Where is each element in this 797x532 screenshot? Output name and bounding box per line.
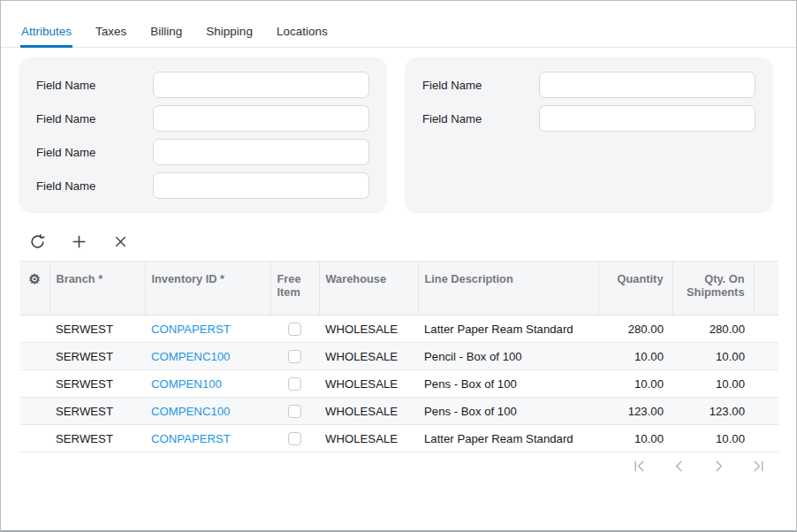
right-field-panel: Field Name Field Name [405,57,773,213]
line-description-cell[interactable]: Latter Paper Ream Standard [418,315,598,343]
grid-toolbar [28,227,796,255]
add-row-button[interactable] [70,232,87,250]
row-settings-cell [20,343,49,370]
field-input-2[interactable] [153,105,369,132]
warehouse-cell[interactable]: WHOLESALE [319,315,418,343]
row-settings-cell [20,315,49,343]
warehouse-cell[interactable]: WHOLESALE [319,370,418,398]
inventory-id-link[interactable]: COMPENC100 [151,405,230,418]
branch-cell[interactable]: SERWEST [49,425,145,452]
tab-taxes[interactable]: Taxes [95,19,127,48]
free-item-cell[interactable] [270,398,319,425]
column-header-filler [754,262,778,315]
inventory-id-cell[interactable]: CONPAPERST [145,425,270,452]
next-page-icon [711,459,726,474]
free-item-checkbox[interactable] [288,377,301,391]
row-settings-cell [20,398,49,425]
warehouse-cell[interactable]: WHOLESALE [319,398,418,425]
field-input-1[interactable] [153,72,369,98]
branch-cell[interactable]: SERWEST [49,370,145,398]
branch-cell[interactable]: SERWEST [49,343,145,370]
row-filler-cell [754,343,778,370]
branch-cell[interactable]: SERWEST [49,315,145,343]
field-input-6[interactable] [539,105,755,132]
next-page-button[interactable] [711,459,726,474]
inventory-id-cell[interactable]: COMPENC100 [145,398,270,425]
delete-row-icon [113,234,128,249]
free-item-checkbox[interactable] [288,432,301,445]
tab-locations[interactable]: Locations [276,19,329,48]
inventory-id-link[interactable]: CONPAPERST [151,432,231,445]
row-filler-cell [754,398,778,425]
column-header-free-item[interactable]: Free Item [270,262,319,315]
qty-on-shipments-cell[interactable]: 10.00 [672,425,754,452]
quantity-cell[interactable]: 280.00 [598,315,672,343]
row-filler-cell [754,315,778,343]
column-header-warehouse[interactable]: Warehouse [319,262,418,315]
quantity-cell[interactable]: 10.00 [598,370,672,398]
inventory-id-cell[interactable]: COMPENC100 [145,343,270,370]
add-row-icon [71,233,87,250]
warehouse-cell[interactable]: WHOLESALE [319,343,418,370]
table-row[interactable]: SERWEST COMPENC100 WHOLESALE Pens - Box … [20,398,778,425]
tab-bar: Attributes Taxes Billing Shipping Locati… [1,19,796,48]
field-panels: Field Name Field Name Field Name Field N… [19,57,773,213]
table-row[interactable]: SERWEST CONPAPERST WHOLESALE Latter Pape… [20,425,778,452]
column-header-quantity[interactable]: Quantity [598,262,672,315]
gear-icon: ⚙ [29,271,41,286]
qty-on-shipments-cell[interactable]: 10.00 [672,343,754,370]
inventory-id-link[interactable]: COMPENC100 [151,350,230,363]
field-input-3[interactable] [153,139,369,165]
previous-page-button[interactable] [672,459,687,474]
quantity-cell[interactable]: 10.00 [598,425,672,452]
line-description-cell[interactable]: Latter Paper Ream Standard [418,425,598,452]
row-filler-cell [754,370,778,398]
free-item-cell[interactable] [270,343,319,370]
line-description-cell[interactable]: Pens - Box of 100 [418,398,598,425]
last-page-button[interactable] [751,459,766,474]
tab-billing[interactable]: Billing [149,19,183,48]
column-header-qty-on-shipments[interactable]: Qty. On Shipments [672,262,754,315]
field-label: Field Name [36,179,153,193]
row-settings-cell [20,425,49,452]
refresh-button[interactable] [28,232,46,250]
field-label: Field Name [36,112,153,125]
column-header-branch[interactable]: Branch * [49,262,145,315]
free-item-cell[interactable] [270,425,319,452]
qty-on-shipments-cell[interactable]: 10.00 [672,370,754,398]
left-field-panel: Field Name Field Name Field Name Field N… [19,57,387,213]
free-item-cell[interactable] [270,370,319,398]
free-item-cell[interactable] [270,315,319,343]
table-row[interactable]: SERWEST COMPEN100 WHOLESALE Pens - Box o… [20,370,778,398]
tab-attributes[interactable]: Attributes [20,19,72,48]
table-row[interactable]: SERWEST COMPENC100 WHOLESALE Pencil - Bo… [20,343,778,370]
free-item-checkbox[interactable] [288,405,301,418]
branch-cell[interactable]: SERWEST [49,398,145,425]
line-description-cell[interactable]: Pens - Box of 100 [418,370,598,398]
tab-shipping[interactable]: Shipping [205,19,254,48]
qty-on-shipments-cell[interactable]: 280.00 [672,315,754,343]
field-input-5[interactable] [539,72,755,98]
field-input-4[interactable] [153,172,369,199]
row-filler-cell [754,425,778,452]
first-page-button[interactable] [632,459,647,474]
inventory-id-cell[interactable]: CONPAPERST [145,315,270,343]
field-label: Field Name [36,146,153,159]
grid-body: SERWEST CONPAPERST WHOLESALE Latter Pape… [20,315,778,452]
column-header-line-description[interactable]: Line Description [418,262,598,315]
column-settings-button[interactable]: ⚙ [20,262,49,315]
quantity-cell[interactable]: 123.00 [598,398,672,425]
inventory-id-link[interactable]: CONPAPERST [151,323,231,336]
inventory-id-link[interactable]: COMPEN100 [151,377,222,391]
free-item-checkbox[interactable] [288,350,301,363]
warehouse-cell[interactable]: WHOLESALE [319,425,418,452]
line-description-cell[interactable]: Pencil - Box of 100 [418,343,598,370]
qty-on-shipments-cell[interactable]: 123.00 [672,398,754,425]
attributes-page: Attributes Taxes Billing Shipping Locati… [0,0,797,532]
column-header-inventory-id[interactable]: Inventory ID * [145,262,270,315]
inventory-id-cell[interactable]: COMPEN100 [145,370,270,398]
quantity-cell[interactable]: 10.00 [598,343,672,370]
table-row[interactable]: SERWEST CONPAPERST WHOLESALE Latter Pape… [20,315,778,343]
free-item-checkbox[interactable] [288,323,301,336]
delete-row-button[interactable] [111,232,129,250]
